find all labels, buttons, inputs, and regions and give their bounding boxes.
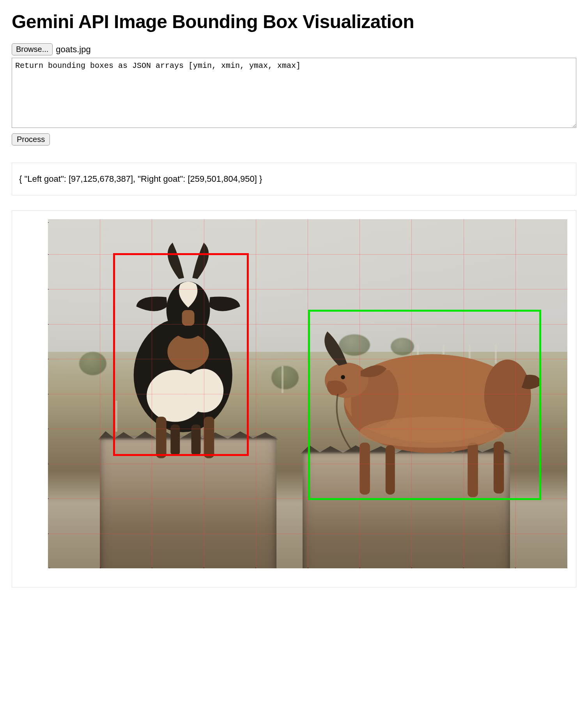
svg-point-19	[360, 417, 505, 448]
svg-point-3	[167, 333, 209, 370]
svg-rect-15	[360, 443, 370, 495]
left-goat-shape	[134, 243, 240, 458]
photo-background	[48, 219, 567, 568]
svg-point-2	[184, 369, 223, 413]
visualization-panel: 0100200300400500600700800900100001002003…	[12, 210, 576, 587]
page-title: Gemini API Image Bounding Box Visualizat…	[12, 11, 576, 32]
plot-area: 0100200300400500600700800900100001002003…	[48, 219, 567, 568]
svg-rect-17	[468, 443, 478, 497]
prompt-textarea[interactable]	[12, 58, 576, 128]
svg-rect-6	[156, 417, 166, 458]
right-goat-shape	[324, 332, 541, 497]
svg-rect-16	[386, 445, 395, 495]
selected-file-name: goats.jpg	[56, 44, 90, 55]
process-button[interactable]: Process	[12, 133, 50, 145]
image-stage: 0100200300400500600700800900100001002003…	[48, 219, 567, 568]
svg-rect-9	[191, 424, 201, 456]
svg-rect-8	[170, 424, 180, 456]
svg-point-12	[484, 360, 531, 432]
svg-rect-7	[204, 417, 214, 458]
response-output: { "Left goat": [97,125,678,387], "Right …	[12, 163, 576, 195]
browse-button[interactable]: Browse...	[12, 43, 53, 55]
svg-rect-18	[494, 442, 504, 493]
goats-illustration	[48, 219, 567, 568]
svg-rect-5	[182, 310, 195, 326]
file-input-row: Browse... goats.jpg	[12, 43, 576, 55]
svg-point-14	[341, 375, 345, 380]
